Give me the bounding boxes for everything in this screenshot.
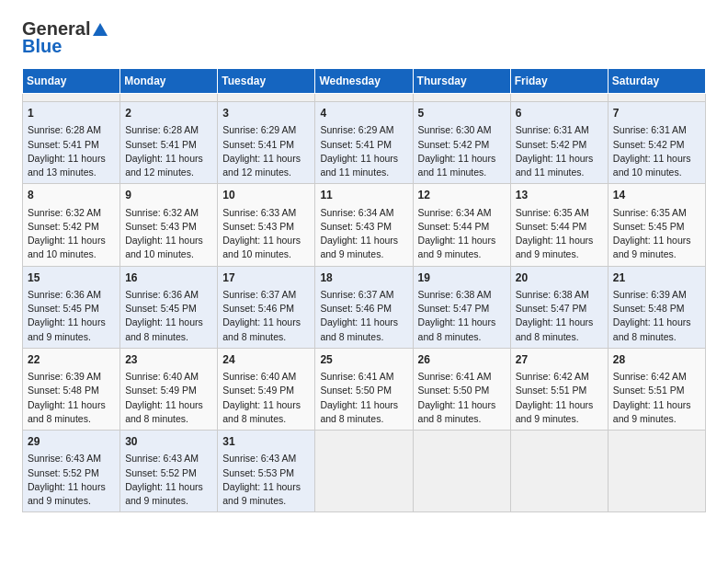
daylight-label: Daylight: 11 hours and 10 minutes. (125, 235, 203, 259)
daylight-label: Daylight: 11 hours and 12 minutes. (125, 153, 203, 178)
sunset: Sunset: 5:50 PM (320, 385, 392, 396)
sunset: Sunset: 5:41 PM (125, 139, 197, 150)
daylight-label: Daylight: 11 hours and 8 minutes. (28, 399, 106, 424)
daylight-label: Daylight: 11 hours and 8 minutes. (418, 316, 496, 341)
sunset: Sunset: 5:52 PM (28, 467, 99, 478)
sunrise: Sunrise: 6:40 AM (222, 371, 296, 382)
sunset: Sunset: 5:50 PM (418, 385, 490, 396)
logo-blue-text: Blue (22, 36, 62, 57)
day-number: 25 (320, 352, 407, 368)
day-number: 9 (125, 188, 212, 203)
day-cell: 28Sunrise: 6:42 AMSunset: 5:51 PMDayligh… (608, 348, 705, 430)
day-number: 21 (613, 270, 700, 286)
day-number: 5 (418, 106, 506, 121)
day-cell: 15Sunrise: 6:36 AMSunset: 5:45 PMDayligh… (23, 266, 120, 348)
day-cell (608, 94, 705, 102)
day-cell (510, 431, 608, 512)
day-number: 23 (125, 352, 212, 368)
day-cell (510, 94, 608, 102)
sunset: Sunset: 5:45 PM (28, 303, 99, 314)
page-header: General Blue (22, 18, 706, 57)
daylight-label: Daylight: 11 hours and 11 minutes. (320, 153, 398, 178)
day-cell (315, 431, 413, 512)
sunset: Sunset: 5:45 PM (613, 221, 685, 232)
day-cell (120, 94, 218, 102)
day-cell (218, 94, 315, 102)
sunrise: Sunrise: 6:31 AM (613, 124, 687, 135)
daylight-label: Daylight: 11 hours and 8 minutes. (222, 316, 301, 341)
daylight-label: Daylight: 11 hours and 9 minutes. (28, 481, 106, 506)
day-number: 6 (516, 106, 603, 121)
daylight-label: Daylight: 11 hours and 8 minutes. (222, 399, 301, 424)
day-cell: 10Sunrise: 6:33 AMSunset: 5:43 PMDayligh… (218, 184, 315, 266)
sunrise: Sunrise: 6:37 AM (222, 289, 296, 300)
sunset: Sunset: 5:41 PM (222, 139, 294, 150)
calendar-table: SundayMondayTuesdayWednesdayThursdayFrid… (22, 68, 706, 512)
sunset: Sunset: 5:43 PM (320, 221, 392, 232)
day-cell: 11Sunrise: 6:34 AMSunset: 5:43 PMDayligh… (315, 184, 413, 266)
svg-marker-0 (93, 23, 108, 36)
daylight-label: Daylight: 11 hours and 10 minutes. (222, 235, 301, 259)
day-number: 11 (320, 188, 407, 203)
day-cell: 16Sunrise: 6:36 AMSunset: 5:45 PMDayligh… (120, 266, 218, 348)
day-cell: 31Sunrise: 6:43 AMSunset: 5:53 PMDayligh… (218, 431, 315, 512)
sunset: Sunset: 5:49 PM (125, 385, 197, 396)
daylight-label: Daylight: 11 hours and 9 minutes. (613, 235, 691, 259)
sunrise: Sunrise: 6:38 AM (418, 289, 492, 300)
day-number: 4 (320, 106, 407, 121)
daylight-label: Daylight: 11 hours and 12 minutes. (222, 153, 301, 178)
day-number: 29 (28, 434, 115, 450)
day-cell: 6Sunrise: 6:31 AMSunset: 5:42 PMDaylight… (510, 102, 608, 184)
day-cell: 5Sunrise: 6:30 AMSunset: 5:42 PMDaylight… (413, 102, 510, 184)
daylight-label: Daylight: 11 hours and 8 minutes. (516, 316, 594, 341)
daylight-label: Daylight: 11 hours and 8 minutes. (418, 399, 496, 424)
sunrise: Sunrise: 6:43 AM (222, 453, 296, 464)
sunset: Sunset: 5:51 PM (516, 385, 587, 396)
sunset: Sunset: 5:47 PM (418, 303, 490, 314)
sunset: Sunset: 5:43 PM (222, 221, 294, 232)
sunset: Sunset: 5:46 PM (320, 303, 392, 314)
daylight-label: Daylight: 11 hours and 9 minutes. (516, 399, 594, 424)
day-number: 26 (418, 352, 506, 368)
day-cell: 22Sunrise: 6:39 AMSunset: 5:48 PMDayligh… (23, 348, 120, 430)
sunset: Sunset: 5:48 PM (613, 303, 685, 314)
sunrise: Sunrise: 6:28 AM (125, 124, 199, 135)
sunrise: Sunrise: 6:41 AM (418, 371, 492, 382)
day-number: 14 (613, 188, 700, 203)
daylight-label: Daylight: 11 hours and 8 minutes. (125, 399, 203, 424)
sunset: Sunset: 5:51 PM (613, 385, 685, 396)
sunrise: Sunrise: 6:34 AM (320, 207, 393, 218)
sunset: Sunset: 5:42 PM (418, 139, 490, 150)
header-row: SundayMondayTuesdayWednesdayThursdayFrid… (23, 69, 706, 94)
day-cell: 12Sunrise: 6:34 AMSunset: 5:44 PMDayligh… (413, 184, 510, 266)
day-cell: 7Sunrise: 6:31 AMSunset: 5:42 PMDaylight… (608, 102, 705, 184)
day-cell: 8Sunrise: 6:32 AMSunset: 5:42 PMDaylight… (23, 184, 120, 266)
sunrise: Sunrise: 6:29 AM (222, 124, 296, 135)
sunset: Sunset: 5:42 PM (516, 139, 587, 150)
day-cell: 26Sunrise: 6:41 AMSunset: 5:50 PMDayligh… (413, 348, 510, 430)
sunset: Sunset: 5:48 PM (28, 385, 99, 396)
sunset: Sunset: 5:52 PM (125, 467, 197, 478)
day-number: 30 (125, 434, 212, 450)
day-number: 18 (320, 270, 407, 286)
sunset: Sunset: 5:53 PM (222, 467, 294, 478)
sunset: Sunset: 5:41 PM (28, 139, 99, 150)
daylight-label: Daylight: 11 hours and 10 minutes. (613, 153, 691, 178)
sunrise: Sunrise: 6:28 AM (28, 124, 101, 135)
sunrise: Sunrise: 6:35 AM (613, 207, 687, 218)
sunset: Sunset: 5:44 PM (516, 221, 587, 232)
day-header-tuesday: Tuesday (218, 69, 315, 94)
day-number: 13 (516, 188, 603, 203)
sunrise: Sunrise: 6:42 AM (613, 371, 687, 382)
week-row-5: 29Sunrise: 6:43 AMSunset: 5:52 PMDayligh… (23, 431, 706, 512)
day-cell (315, 94, 413, 102)
day-header-friday: Friday (510, 69, 608, 94)
daylight-label: Daylight: 11 hours and 8 minutes. (320, 399, 398, 424)
sunrise: Sunrise: 6:33 AM (222, 207, 296, 218)
sunrise: Sunrise: 6:37 AM (320, 289, 393, 300)
daylight-label: Daylight: 11 hours and 9 minutes. (516, 235, 594, 259)
logo-icon (92, 21, 108, 38)
daylight-label: Daylight: 11 hours and 8 minutes. (320, 316, 398, 341)
daylight-label: Daylight: 11 hours and 11 minutes. (418, 153, 496, 178)
sunset: Sunset: 5:45 PM (125, 303, 197, 314)
